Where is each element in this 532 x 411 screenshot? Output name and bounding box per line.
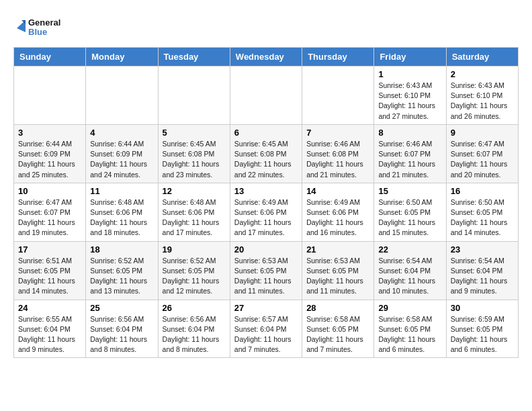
day-info: Sunrise: 6:43 AM Sunset: 6:10 PM Dayligh… <box>378 81 441 122</box>
svg-text:General: General <box>28 17 60 28</box>
calendar-cell: 3Sunrise: 6:44 AM Sunset: 6:09 PM Daylig… <box>14 124 86 183</box>
calendar-cell: 17Sunrise: 6:51 AM Sunset: 6:05 PM Dayli… <box>14 241 86 300</box>
header-day-wednesday: Wednesday <box>230 48 302 66</box>
day-number: 19 <box>163 244 226 255</box>
calendar-cell: 15Sunrise: 6:50 AM Sunset: 6:05 PM Dayli… <box>374 183 446 241</box>
day-info: Sunrise: 6:55 AM Sunset: 6:04 PM Dayligh… <box>18 314 81 355</box>
calendar-cell: 11Sunrise: 6:48 AM Sunset: 6:06 PM Dayli… <box>86 183 158 241</box>
day-number: 24 <box>18 303 81 313</box>
day-number: 20 <box>234 244 298 255</box>
calendar-cell <box>302 66 374 125</box>
calendar-cell: 28Sunrise: 6:58 AM Sunset: 6:05 PM Dayli… <box>302 300 374 358</box>
calendar-cell: 19Sunrise: 6:52 AM Sunset: 6:05 PM Dayli… <box>158 241 230 300</box>
calendar-header-row: SundayMondayTuesdayWednesdayThursdayFrid… <box>14 48 519 66</box>
day-number: 6 <box>234 128 298 138</box>
calendar-cell: 27Sunrise: 6:57 AM Sunset: 6:04 PM Dayli… <box>230 300 302 358</box>
day-number: 25 <box>90 303 153 313</box>
day-number: 30 <box>451 303 514 313</box>
calendar-cell: 29Sunrise: 6:58 AM Sunset: 6:05 PM Dayli… <box>374 300 446 358</box>
calendar-cell: 7Sunrise: 6:46 AM Sunset: 6:08 PM Daylig… <box>302 124 374 183</box>
day-info: Sunrise: 6:56 AM Sunset: 6:04 PM Dayligh… <box>90 314 153 355</box>
calendar-cell: 23Sunrise: 6:54 AM Sunset: 6:04 PM Dayli… <box>446 241 518 300</box>
day-number: 15 <box>378 186 441 196</box>
day-info: Sunrise: 6:56 AM Sunset: 6:04 PM Dayligh… <box>163 314 226 355</box>
day-number: 22 <box>378 244 441 255</box>
day-info: Sunrise: 6:48 AM Sunset: 6:06 PM Dayligh… <box>163 197 226 238</box>
calendar-cell <box>158 66 230 125</box>
day-info: Sunrise: 6:53 AM Sunset: 6:05 PM Dayligh… <box>306 256 369 297</box>
calendar-cell: 10Sunrise: 6:47 AM Sunset: 6:07 PM Dayli… <box>14 183 86 241</box>
calendar-cell: 26Sunrise: 6:56 AM Sunset: 6:04 PM Dayli… <box>158 300 230 358</box>
header-day-sunday: Sunday <box>14 48 86 66</box>
calendar-cell <box>86 66 158 125</box>
day-number: 16 <box>451 186 514 196</box>
day-number: 2 <box>451 69 514 79</box>
header-day-saturday: Saturday <box>446 48 518 66</box>
day-number: 11 <box>90 186 153 196</box>
day-info: Sunrise: 6:54 AM Sunset: 6:04 PM Dayligh… <box>378 256 441 297</box>
day-info: Sunrise: 6:45 AM Sunset: 6:08 PM Dayligh… <box>163 139 226 180</box>
calendar-cell <box>14 66 86 125</box>
day-number: 18 <box>90 244 153 255</box>
calendar-cell: 2Sunrise: 6:43 AM Sunset: 6:10 PM Daylig… <box>446 66 518 125</box>
day-number: 8 <box>378 128 441 138</box>
day-info: Sunrise: 6:52 AM Sunset: 6:05 PM Dayligh… <box>90 256 153 297</box>
calendar-cell: 5Sunrise: 6:45 AM Sunset: 6:08 PM Daylig… <box>158 124 230 183</box>
day-info: Sunrise: 6:48 AM Sunset: 6:06 PM Dayligh… <box>90 197 153 238</box>
day-number: 10 <box>18 186 81 196</box>
day-info: Sunrise: 6:46 AM Sunset: 6:07 PM Dayligh… <box>378 139 441 180</box>
day-number: 29 <box>378 303 441 313</box>
week-row-1: 1Sunrise: 6:43 AM Sunset: 6:10 PM Daylig… <box>14 66 519 125</box>
day-info: Sunrise: 6:58 AM Sunset: 6:05 PM Dayligh… <box>378 314 441 355</box>
day-info: Sunrise: 6:44 AM Sunset: 6:09 PM Dayligh… <box>18 139 81 180</box>
day-number: 4 <box>90 128 153 138</box>
calendar-cell: 9Sunrise: 6:47 AM Sunset: 6:07 PM Daylig… <box>446 124 518 183</box>
day-info: Sunrise: 6:49 AM Sunset: 6:06 PM Dayligh… <box>306 197 369 238</box>
day-number: 9 <box>451 128 514 138</box>
calendar-cell: 18Sunrise: 6:52 AM Sunset: 6:05 PM Dayli… <box>86 241 158 300</box>
day-info: Sunrise: 6:52 AM Sunset: 6:05 PM Dayligh… <box>163 256 226 297</box>
day-info: Sunrise: 6:43 AM Sunset: 6:10 PM Dayligh… <box>451 81 514 122</box>
calendar-cell: 14Sunrise: 6:49 AM Sunset: 6:06 PM Dayli… <box>302 183 374 241</box>
logo: GeneralBlue <box>13 13 60 40</box>
calendar-cell <box>230 66 302 125</box>
header-day-monday: Monday <box>86 48 158 66</box>
day-info: Sunrise: 6:49 AM Sunset: 6:06 PM Dayligh… <box>234 197 298 238</box>
calendar-cell: 6Sunrise: 6:45 AM Sunset: 6:08 PM Daylig… <box>230 124 302 183</box>
day-info: Sunrise: 6:47 AM Sunset: 6:07 PM Dayligh… <box>451 139 514 180</box>
day-info: Sunrise: 6:54 AM Sunset: 6:04 PM Dayligh… <box>451 256 514 297</box>
calendar-cell: 8Sunrise: 6:46 AM Sunset: 6:07 PM Daylig… <box>374 124 446 183</box>
header: GeneralBlue <box>13 13 519 40</box>
week-row-5: 24Sunrise: 6:55 AM Sunset: 6:04 PM Dayli… <box>14 300 519 358</box>
calendar-cell: 20Sunrise: 6:53 AM Sunset: 6:05 PM Dayli… <box>230 241 302 300</box>
header-day-friday: Friday <box>374 48 446 66</box>
day-number: 3 <box>18 128 81 138</box>
calendar-cell: 21Sunrise: 6:53 AM Sunset: 6:05 PM Dayli… <box>302 241 374 300</box>
day-info: Sunrise: 6:53 AM Sunset: 6:05 PM Dayligh… <box>234 256 298 297</box>
calendar: SundayMondayTuesdayWednesdayThursdayFrid… <box>13 47 519 358</box>
day-number: 1 <box>378 69 441 79</box>
day-number: 7 <box>306 128 369 138</box>
day-number: 28 <box>306 303 369 313</box>
calendar-cell: 13Sunrise: 6:49 AM Sunset: 6:06 PM Dayli… <box>230 183 302 241</box>
day-info: Sunrise: 6:58 AM Sunset: 6:05 PM Dayligh… <box>306 314 369 355</box>
day-number: 17 <box>18 244 81 255</box>
day-info: Sunrise: 6:50 AM Sunset: 6:05 PM Dayligh… <box>451 197 514 238</box>
day-number: 14 <box>306 186 369 196</box>
calendar-cell: 25Sunrise: 6:56 AM Sunset: 6:04 PM Dayli… <box>86 300 158 358</box>
day-number: 27 <box>234 303 298 313</box>
day-info: Sunrise: 6:45 AM Sunset: 6:08 PM Dayligh… <box>234 139 298 180</box>
calendar-cell: 24Sunrise: 6:55 AM Sunset: 6:04 PM Dayli… <box>14 300 86 358</box>
day-number: 5 <box>163 128 226 138</box>
day-info: Sunrise: 6:46 AM Sunset: 6:08 PM Dayligh… <box>306 139 369 180</box>
header-day-thursday: Thursday <box>302 48 374 66</box>
calendar-cell: 1Sunrise: 6:43 AM Sunset: 6:10 PM Daylig… <box>374 66 446 125</box>
logo-icon: GeneralBlue <box>13 13 60 40</box>
day-number: 26 <box>163 303 226 313</box>
calendar-cell: 30Sunrise: 6:59 AM Sunset: 6:05 PM Dayli… <box>446 300 518 358</box>
day-info: Sunrise: 6:47 AM Sunset: 6:07 PM Dayligh… <box>18 197 81 238</box>
calendar-cell: 12Sunrise: 6:48 AM Sunset: 6:06 PM Dayli… <box>158 183 230 241</box>
day-number: 21 <box>306 244 369 255</box>
day-info: Sunrise: 6:57 AM Sunset: 6:04 PM Dayligh… <box>234 314 298 355</box>
day-info: Sunrise: 6:50 AM Sunset: 6:05 PM Dayligh… <box>378 197 441 238</box>
